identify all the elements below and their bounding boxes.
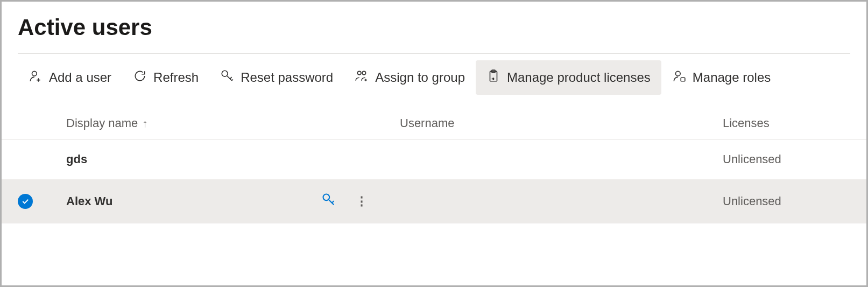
column-licenses[interactable]: Licenses [723,116,850,130]
clipboard-icon [486,69,500,86]
svg-point-0 [32,71,37,76]
svg-rect-7 [681,78,685,81]
column-username[interactable]: Username [400,116,723,130]
toolbar-label: Add a user [49,70,111,85]
person-role-icon [672,69,686,86]
toolbar-label: Refresh [153,70,199,85]
svg-point-1 [222,71,228,76]
svg-point-2 [358,71,362,75]
row-licenses: Unlicensed [723,152,850,166]
refresh-icon [133,69,147,86]
checkmark-icon [18,194,33,209]
toolbar-label: Manage roles [693,70,771,85]
refresh-button[interactable]: Refresh [122,60,209,95]
key-icon [220,69,234,86]
column-label: Username [400,116,454,130]
more-actions-button[interactable]: ⋮ [356,195,368,207]
column-label: Licenses [723,116,770,130]
svg-point-6 [675,71,680,76]
svg-point-8 [323,194,330,201]
row-display-name: Alex Wu [66,194,112,208]
toolbar-label: Reset password [241,70,333,85]
divider [18,53,850,54]
column-label: Display name [66,116,138,130]
table-header: Display name ↑ Username Licenses [2,95,866,139]
toolbar-label: Assign to group [375,70,465,85]
person-add-icon [29,69,43,86]
table-row[interactable]: gds Unlicensed [2,139,866,179]
group-add-icon [355,69,369,86]
reset-password-row-button[interactable] [321,192,336,211]
row-display-name: gds [66,152,87,166]
svg-point-3 [362,71,366,75]
assign-group-button[interactable]: Assign to group [344,60,476,95]
toolbar: Add a user Refresh Reset password Assign… [2,60,866,95]
row-licenses: Unlicensed [723,194,850,208]
column-display-name[interactable]: Display name ↑ [66,116,400,130]
sort-ascending-icon: ↑ [142,117,147,130]
add-user-button[interactable]: Add a user [18,60,122,95]
toolbar-label: Manage product licenses [507,70,651,85]
page-title: Active users [2,2,866,53]
manage-licenses-button[interactable]: Manage product licenses [476,60,661,95]
reset-password-button[interactable]: Reset password [209,60,344,95]
row-checkbox[interactable] [18,194,66,209]
table-row[interactable]: Alex Wu ⋮ Unlicensed [2,179,866,223]
manage-roles-button[interactable]: Manage roles [661,60,781,95]
